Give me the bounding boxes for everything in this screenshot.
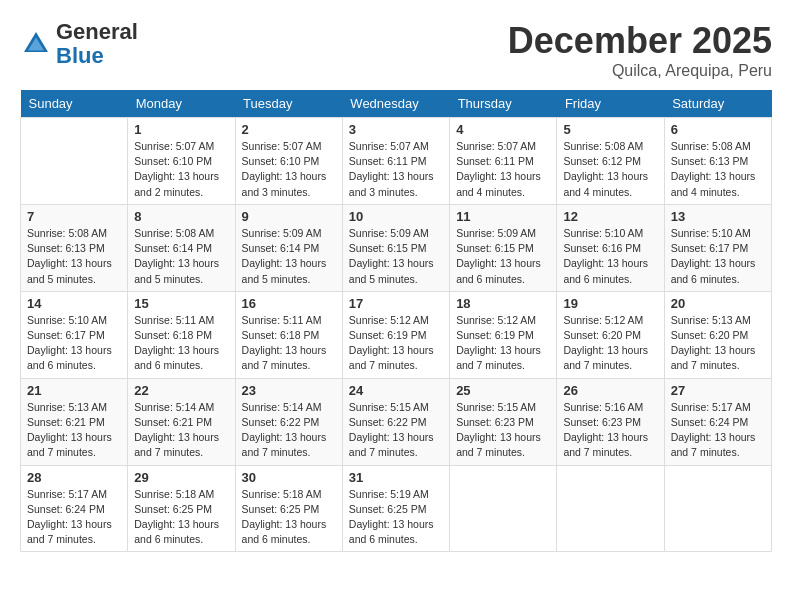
- day-number: 28: [27, 470, 121, 485]
- day-number: 21: [27, 383, 121, 398]
- calendar-table: SundayMondayTuesdayWednesdayThursdayFrid…: [20, 90, 772, 552]
- day-info: Sunrise: 5:12 AM Sunset: 6:20 PM Dayligh…: [563, 313, 657, 374]
- weekday-header: Wednesday: [342, 90, 449, 118]
- day-number: 9: [242, 209, 336, 224]
- calendar-cell: 13Sunrise: 5:10 AM Sunset: 6:17 PM Dayli…: [664, 204, 771, 291]
- logo-text: General Blue: [56, 20, 138, 68]
- day-info: Sunrise: 5:15 AM Sunset: 6:23 PM Dayligh…: [456, 400, 550, 461]
- calendar-cell: 3Sunrise: 5:07 AM Sunset: 6:11 PM Daylig…: [342, 118, 449, 205]
- weekday-header: Saturday: [664, 90, 771, 118]
- calendar-week-row: 1Sunrise: 5:07 AM Sunset: 6:10 PM Daylig…: [21, 118, 772, 205]
- weekday-header: Friday: [557, 90, 664, 118]
- day-info: Sunrise: 5:19 AM Sunset: 6:25 PM Dayligh…: [349, 487, 443, 548]
- day-number: 26: [563, 383, 657, 398]
- calendar-cell: 20Sunrise: 5:13 AM Sunset: 6:20 PM Dayli…: [664, 291, 771, 378]
- calendar-cell: 14Sunrise: 5:10 AM Sunset: 6:17 PM Dayli…: [21, 291, 128, 378]
- day-number: 5: [563, 122, 657, 137]
- day-info: Sunrise: 5:11 AM Sunset: 6:18 PM Dayligh…: [134, 313, 228, 374]
- calendar-cell: 4Sunrise: 5:07 AM Sunset: 6:11 PM Daylig…: [450, 118, 557, 205]
- day-info: Sunrise: 5:08 AM Sunset: 6:12 PM Dayligh…: [563, 139, 657, 200]
- calendar-cell: 25Sunrise: 5:15 AM Sunset: 6:23 PM Dayli…: [450, 378, 557, 465]
- calendar-cell: 30Sunrise: 5:18 AM Sunset: 6:25 PM Dayli…: [235, 465, 342, 552]
- month-title: December 2025: [508, 20, 772, 62]
- calendar-cell: 12Sunrise: 5:10 AM Sunset: 6:16 PM Dayli…: [557, 204, 664, 291]
- calendar-week-row: 7Sunrise: 5:08 AM Sunset: 6:13 PM Daylig…: [21, 204, 772, 291]
- day-number: 11: [456, 209, 550, 224]
- location: Quilca, Arequipa, Peru: [508, 62, 772, 80]
- calendar-cell: 7Sunrise: 5:08 AM Sunset: 6:13 PM Daylig…: [21, 204, 128, 291]
- day-info: Sunrise: 5:18 AM Sunset: 6:25 PM Dayligh…: [134, 487, 228, 548]
- calendar-cell: 8Sunrise: 5:08 AM Sunset: 6:14 PM Daylig…: [128, 204, 235, 291]
- weekday-header: Thursday: [450, 90, 557, 118]
- calendar-cell: 1Sunrise: 5:07 AM Sunset: 6:10 PM Daylig…: [128, 118, 235, 205]
- day-info: Sunrise: 5:09 AM Sunset: 6:15 PM Dayligh…: [349, 226, 443, 287]
- day-info: Sunrise: 5:08 AM Sunset: 6:13 PM Dayligh…: [27, 226, 121, 287]
- day-info: Sunrise: 5:10 AM Sunset: 6:16 PM Dayligh…: [563, 226, 657, 287]
- day-info: Sunrise: 5:09 AM Sunset: 6:14 PM Dayligh…: [242, 226, 336, 287]
- page-header: General Blue December 2025 Quilca, Arequ…: [20, 20, 772, 80]
- weekday-header: Tuesday: [235, 90, 342, 118]
- day-info: Sunrise: 5:07 AM Sunset: 6:10 PM Dayligh…: [134, 139, 228, 200]
- calendar-cell: 6Sunrise: 5:08 AM Sunset: 6:13 PM Daylig…: [664, 118, 771, 205]
- logo: General Blue: [20, 20, 138, 68]
- calendar-week-row: 21Sunrise: 5:13 AM Sunset: 6:21 PM Dayli…: [21, 378, 772, 465]
- day-number: 16: [242, 296, 336, 311]
- weekday-header: Monday: [128, 90, 235, 118]
- day-number: 4: [456, 122, 550, 137]
- day-number: 24: [349, 383, 443, 398]
- calendar-cell: 17Sunrise: 5:12 AM Sunset: 6:19 PM Dayli…: [342, 291, 449, 378]
- day-info: Sunrise: 5:07 AM Sunset: 6:10 PM Dayligh…: [242, 139, 336, 200]
- day-number: 31: [349, 470, 443, 485]
- calendar-week-row: 14Sunrise: 5:10 AM Sunset: 6:17 PM Dayli…: [21, 291, 772, 378]
- calendar-cell: 19Sunrise: 5:12 AM Sunset: 6:20 PM Dayli…: [557, 291, 664, 378]
- day-number: 17: [349, 296, 443, 311]
- calendar-cell: [450, 465, 557, 552]
- calendar-cell: 5Sunrise: 5:08 AM Sunset: 6:12 PM Daylig…: [557, 118, 664, 205]
- day-number: 6: [671, 122, 765, 137]
- calendar-cell: 29Sunrise: 5:18 AM Sunset: 6:25 PM Dayli…: [128, 465, 235, 552]
- calendar-cell: 16Sunrise: 5:11 AM Sunset: 6:18 PM Dayli…: [235, 291, 342, 378]
- day-number: 22: [134, 383, 228, 398]
- day-info: Sunrise: 5:14 AM Sunset: 6:22 PM Dayligh…: [242, 400, 336, 461]
- calendar-cell: 27Sunrise: 5:17 AM Sunset: 6:24 PM Dayli…: [664, 378, 771, 465]
- calendar-cell: 10Sunrise: 5:09 AM Sunset: 6:15 PM Dayli…: [342, 204, 449, 291]
- calendar-cell: 2Sunrise: 5:07 AM Sunset: 6:10 PM Daylig…: [235, 118, 342, 205]
- day-number: 15: [134, 296, 228, 311]
- day-number: 12: [563, 209, 657, 224]
- day-info: Sunrise: 5:11 AM Sunset: 6:18 PM Dayligh…: [242, 313, 336, 374]
- day-info: Sunrise: 5:08 AM Sunset: 6:14 PM Dayligh…: [134, 226, 228, 287]
- logo-icon: [20, 28, 52, 60]
- day-info: Sunrise: 5:10 AM Sunset: 6:17 PM Dayligh…: [671, 226, 765, 287]
- day-number: 7: [27, 209, 121, 224]
- calendar-cell: [557, 465, 664, 552]
- day-number: 20: [671, 296, 765, 311]
- calendar-cell: 26Sunrise: 5:16 AM Sunset: 6:23 PM Dayli…: [557, 378, 664, 465]
- day-info: Sunrise: 5:09 AM Sunset: 6:15 PM Dayligh…: [456, 226, 550, 287]
- day-info: Sunrise: 5:08 AM Sunset: 6:13 PM Dayligh…: [671, 139, 765, 200]
- day-info: Sunrise: 5:13 AM Sunset: 6:21 PM Dayligh…: [27, 400, 121, 461]
- day-number: 23: [242, 383, 336, 398]
- calendar-week-row: 28Sunrise: 5:17 AM Sunset: 6:24 PM Dayli…: [21, 465, 772, 552]
- day-number: 1: [134, 122, 228, 137]
- calendar-cell: 24Sunrise: 5:15 AM Sunset: 6:22 PM Dayli…: [342, 378, 449, 465]
- day-info: Sunrise: 5:16 AM Sunset: 6:23 PM Dayligh…: [563, 400, 657, 461]
- day-info: Sunrise: 5:17 AM Sunset: 6:24 PM Dayligh…: [27, 487, 121, 548]
- day-number: 13: [671, 209, 765, 224]
- day-number: 10: [349, 209, 443, 224]
- day-info: Sunrise: 5:15 AM Sunset: 6:22 PM Dayligh…: [349, 400, 443, 461]
- day-info: Sunrise: 5:12 AM Sunset: 6:19 PM Dayligh…: [456, 313, 550, 374]
- weekday-header: Sunday: [21, 90, 128, 118]
- day-number: 29: [134, 470, 228, 485]
- calendar-cell: 15Sunrise: 5:11 AM Sunset: 6:18 PM Dayli…: [128, 291, 235, 378]
- day-number: 27: [671, 383, 765, 398]
- calendar-cell: 23Sunrise: 5:14 AM Sunset: 6:22 PM Dayli…: [235, 378, 342, 465]
- day-number: 19: [563, 296, 657, 311]
- calendar-cell: 22Sunrise: 5:14 AM Sunset: 6:21 PM Dayli…: [128, 378, 235, 465]
- day-number: 8: [134, 209, 228, 224]
- day-number: 25: [456, 383, 550, 398]
- calendar-cell: 21Sunrise: 5:13 AM Sunset: 6:21 PM Dayli…: [21, 378, 128, 465]
- day-number: 2: [242, 122, 336, 137]
- day-info: Sunrise: 5:13 AM Sunset: 6:20 PM Dayligh…: [671, 313, 765, 374]
- day-info: Sunrise: 5:14 AM Sunset: 6:21 PM Dayligh…: [134, 400, 228, 461]
- title-block: December 2025 Quilca, Arequipa, Peru: [508, 20, 772, 80]
